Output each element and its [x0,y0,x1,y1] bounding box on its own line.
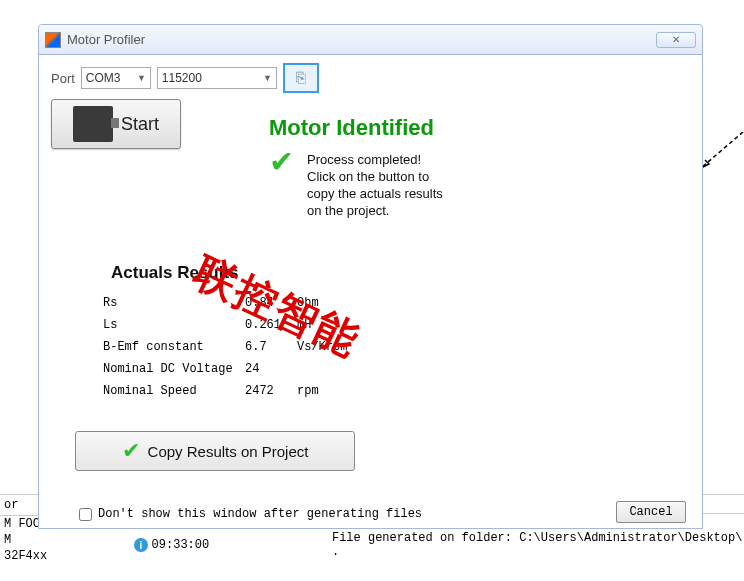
result-unit: mH [297,315,357,335]
result-label: B-Emf constant [103,337,243,357]
result-value: 0.84 [245,293,295,313]
copy-label: Copy Results on Project [148,443,309,460]
table-row: Nominal Speed2472rpm [103,381,357,401]
log-time: 09:33:00 [152,538,245,552]
result-label: Rs [103,293,243,313]
result-value: 24 [245,359,295,379]
start-label: Start [121,114,159,135]
info-icon: i [134,538,148,552]
chevron-down-icon: ▼ [263,73,272,83]
connect-button[interactable]: ⎘ [283,63,319,93]
result-label: Nominal DC Voltage [103,359,243,379]
window-title: Motor Profiler [67,32,656,47]
log-row: i 09:33:00 File generated on folder: C:\… [130,530,744,560]
result-label: Ls [103,315,243,335]
baud-value: 115200 [162,71,202,85]
checkbox-input[interactable] [79,508,92,521]
bg-col-or: or [4,497,18,513]
copy-results-button[interactable]: ✔ Copy Results on Project [75,431,355,471]
titlebar[interactable]: Motor Profiler ✕ [39,25,702,55]
status-line: on the project. [307,202,443,219]
check-icon: ✔ [269,151,297,179]
close-button[interactable]: ✕ [656,32,696,48]
result-unit: Ohm [297,293,357,313]
app-icon [45,32,61,48]
results-heading: Actuals Results [111,263,239,283]
cancel-button[interactable]: Cancel [616,501,686,523]
result-value: 0.261 [245,315,295,335]
plug-icon: ⎘ [296,69,306,87]
close-icon: ✕ [672,34,680,45]
result-unit: rpm [297,381,357,401]
chevron-down-icon: ▼ [137,73,146,83]
motor-profiler-dialog: Motor Profiler ✕ Port COM3 ▼ 115200 ▼ ⎘ … [38,24,703,529]
cancel-label: Cancel [629,505,672,519]
table-row: Rs0.84Ohm [103,293,357,313]
dont-show-label: Don't show this window after generating … [98,507,422,521]
baud-select[interactable]: 115200 ▼ [157,67,277,89]
start-button[interactable]: Start [51,99,181,149]
bg-row: M [0,532,130,548]
status-heading: Motor Identified [269,115,434,141]
result-unit: Vs/Krpm [297,337,357,357]
port-value: COM3 [86,71,121,85]
table-row: B-Emf constant6.7Vs/Krpm [103,337,357,357]
result-value: 2472 [245,381,295,401]
motor-icon [73,106,113,142]
status-row: ✔ Process completed! Click on the button… [269,151,443,219]
port-select[interactable]: COM3 ▼ [81,67,151,89]
status-line: Process completed! [307,151,443,168]
dont-show-checkbox[interactable]: Don't show this window after generating … [79,507,422,521]
log-message: File generated on folder: C:\Users\Admin… [332,531,744,559]
port-label: Port [51,71,75,86]
status-line: copy the actuals results [307,185,443,202]
status-line: Click on the button to [307,168,443,185]
results-table: Rs0.84Ohm Ls0.261mH B-Emf constant6.7Vs/… [101,291,359,403]
bg-row: 32F4xx [0,548,130,564]
result-value: 6.7 [245,337,295,357]
check-icon: ✔ [122,438,140,464]
table-row: Nominal DC Voltage24 [103,359,357,379]
table-row: Ls0.261mH [103,315,357,335]
result-label: Nominal Speed [103,381,243,401]
result-unit [297,359,357,379]
